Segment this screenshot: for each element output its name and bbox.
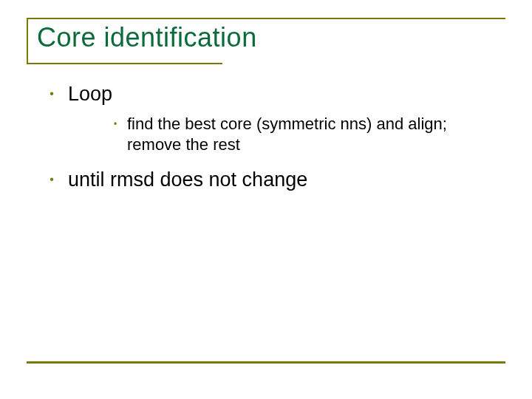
bullet-text: find the best core (symmetric nns) and a… <box>127 114 497 155</box>
slide: Core identification • Loop • find the be… <box>0 0 532 399</box>
bullet-level1: • Loop <box>35 81 497 106</box>
bullet-text: Loop <box>68 81 112 106</box>
slide-title: Core identification <box>37 22 257 53</box>
bullet-level1: • until rmsd does not change <box>35 167 497 192</box>
bullet-dot-icon: • <box>35 81 68 106</box>
bullet-text: until rmsd does not change <box>68 167 307 192</box>
bullet-dot-icon: • <box>103 114 127 134</box>
bottom-rule <box>27 361 505 364</box>
bullet-dot-icon: • <box>35 167 68 192</box>
bullet-level2: • find the best core (symmetric nns) and… <box>103 114 497 155</box>
slide-body: • Loop • find the best core (symmetric n… <box>35 81 497 200</box>
